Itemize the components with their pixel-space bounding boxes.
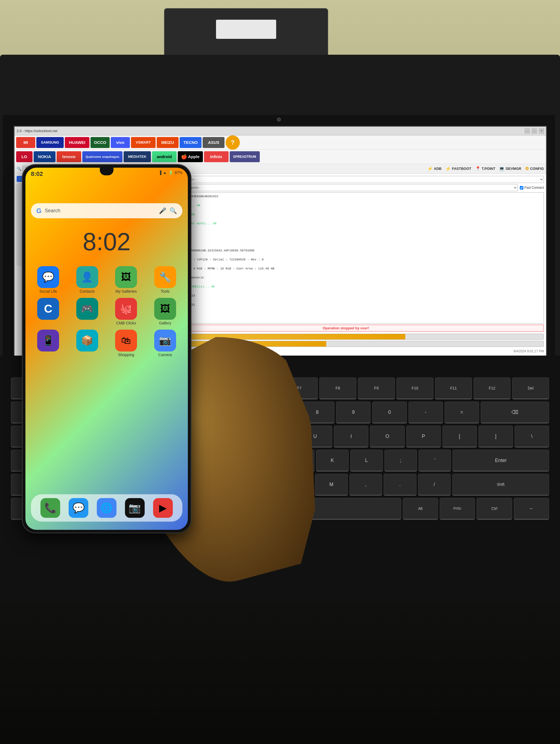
lens-icon[interactable]: 🔍 xyxy=(169,207,177,215)
app-label-tools: Tools xyxy=(161,289,169,294)
brand-qualcomm[interactable]: Qualcomm snapdragon xyxy=(82,151,122,162)
key-lbracket[interactable]: [ xyxy=(442,425,477,447)
close-button[interactable]: ✕ xyxy=(539,128,544,134)
operation-stopped-message: Operation stopped by user! xyxy=(148,325,544,332)
key-rbracket[interactable]: ] xyxy=(479,425,513,447)
tpoint-button[interactable]: 📍 T.POINT xyxy=(475,166,495,171)
log-area[interactable]: MEID : C0A4FAE32D09467294E030E4B28CACC S… xyxy=(148,192,544,324)
key-enter[interactable]: Enter xyxy=(452,450,549,472)
dock-messages[interactable]: 💬 xyxy=(69,498,88,518)
app-c[interactable]: C xyxy=(31,298,66,325)
title-bar-controls: — □ ✕ xyxy=(525,128,544,134)
key-shift-right[interactable]: Shift xyxy=(452,474,549,496)
key-f11[interactable]: F11 xyxy=(435,377,472,399)
brand-lenovo[interactable]: lenovo xyxy=(56,151,81,162)
brand-nokia[interactable]: NOKIA xyxy=(34,151,55,162)
key-f8[interactable]: F8 xyxy=(319,377,356,399)
app-misc1[interactable]: 📱 xyxy=(31,330,66,357)
brand-lg[interactable]: LG xyxy=(16,151,33,162)
key-p[interactable]: P xyxy=(406,425,441,447)
key-backslash[interactable]: \ xyxy=(515,425,549,447)
app-camera-home[interactable]: 📷 Camera xyxy=(148,330,183,357)
app-misc3[interactable]: 🛍 Shopping xyxy=(109,330,144,357)
key-f9[interactable]: F9 xyxy=(358,377,395,399)
key-ctrl-right[interactable]: Ctrl xyxy=(477,498,512,520)
brand-vsmart[interactable]: VSMART xyxy=(131,137,156,148)
adb-button[interactable]: ⚡ ADB xyxy=(427,166,442,171)
key-f12[interactable]: F12 xyxy=(474,377,511,399)
app-icon-c: C xyxy=(37,298,59,320)
app-tools[interactable]: 🔧 Tools xyxy=(148,266,183,294)
brand-meizu[interactable]: MEIZU xyxy=(157,137,178,148)
dock-camera[interactable]: 📷 xyxy=(125,498,145,518)
app-social-life[interactable]: 💬 Social Life xyxy=(31,266,66,294)
key-quote[interactable]: ' xyxy=(418,450,451,472)
fast-connect-checkbox[interactable]: Fast Connect xyxy=(520,186,544,190)
key-m[interactable]: M xyxy=(315,474,348,496)
fast-connect-check[interactable] xyxy=(520,186,523,190)
brand-tecno[interactable]: TECNO xyxy=(179,137,202,148)
key-comma[interactable]: , xyxy=(350,474,382,496)
key-del[interactable]: Del xyxy=(512,377,549,399)
adb-icon: ⚡ xyxy=(427,166,433,171)
key-semicolon[interactable]: ; xyxy=(385,450,417,472)
app-label-social: Social Life xyxy=(39,289,57,294)
dock-play[interactable]: ▶ xyxy=(153,498,173,518)
brand-apple[interactable]: 🍎 Apple xyxy=(178,151,203,162)
app-game[interactable]: 🎮 xyxy=(70,298,105,325)
key-alt-right[interactable]: Alt xyxy=(403,498,438,520)
brand-mi[interactable]: MI xyxy=(16,137,35,148)
app-galleries[interactable]: 🖼 My Galleries xyxy=(109,266,144,294)
dock-chrome[interactable]: 🌐 xyxy=(97,498,117,518)
key-period[interactable]: . xyxy=(384,474,416,496)
brand-oppo[interactable]: OCCO xyxy=(90,137,110,148)
app-icon-misc2: 📦 xyxy=(76,330,98,351)
app-gallery[interactable]: 🖼 Gallery xyxy=(148,298,183,325)
search-icon: 🔍 xyxy=(17,166,21,171)
mic-icon[interactable]: 🎤 xyxy=(159,207,166,215)
key-equals[interactable]: = xyxy=(445,402,479,423)
key-0[interactable]: 0 xyxy=(372,402,407,423)
key-i[interactable]: I xyxy=(334,425,368,447)
key-f10[interactable]: F10 xyxy=(397,377,433,399)
brand-huawei[interactable]: HUAWEI xyxy=(65,137,89,148)
brand-vivo[interactable]: vivo xyxy=(111,137,130,148)
phone-status-icons: ▐ ▲ 🔋 87% xyxy=(159,171,183,175)
key-l[interactable]: L xyxy=(350,450,383,472)
devmgr-icon: 💻 xyxy=(499,166,505,171)
key-o[interactable]: O xyxy=(370,425,404,447)
log-line-11: IMEI[0] : 869539060603823 xyxy=(150,294,542,298)
key-k[interactable]: K xyxy=(316,450,349,472)
brand-samsung[interactable]: SAMSUNG xyxy=(36,137,64,148)
app-misc2[interactable]: 📦 xyxy=(70,330,105,357)
devmgr-button[interactable]: 💻 DEVMGR xyxy=(499,166,521,171)
com-select[interactable]: - Waiting for COM ports - xyxy=(161,184,518,191)
devmgr-label: DEVMGR xyxy=(506,166,521,171)
key-9[interactable]: 9 xyxy=(336,402,370,423)
key-arrow-left[interactable]: ← xyxy=(514,498,549,520)
key-prtsc[interactable]: PrtSc xyxy=(440,498,475,520)
brand-asus[interactable]: ASUS xyxy=(203,137,225,148)
app-icon-gallery: 🖼 xyxy=(154,298,176,320)
brand-help-button[interactable]: ? xyxy=(226,136,240,150)
app-contacts[interactable]: 👤 Contacts xyxy=(70,266,105,294)
restore-button[interactable]: □ xyxy=(532,128,537,134)
usb-select[interactable]: - Waiting for devices - xyxy=(161,176,544,183)
key-backspace[interactable]: ⌫ xyxy=(481,402,549,423)
phone-search-bar[interactable]: G Search 🎤 🔍 xyxy=(31,203,183,218)
brand-mediatek[interactable]: MEDIATEK xyxy=(124,151,151,162)
app-cmb-clicks[interactable]: 🐙 CMB Clicks xyxy=(109,298,144,325)
brand-spreadtrum[interactable]: SPREADTRUM xyxy=(230,151,260,162)
webcam xyxy=(277,118,281,121)
app-icon-misc3: 🛍 xyxy=(115,330,137,351)
key-slash[interactable]: / xyxy=(418,474,451,496)
brand-android[interactable]: android xyxy=(152,151,177,162)
dock-phone[interactable]: 📞 xyxy=(40,498,60,518)
brand-infinix[interactable]: Infinix xyxy=(204,151,229,162)
fastboot-button[interactable]: ⚡ FASTBOOT xyxy=(445,166,471,171)
config-button[interactable]: ⚙ CONFIG xyxy=(525,166,544,171)
key-minus[interactable]: - xyxy=(408,402,443,423)
minimize-button[interactable]: — xyxy=(525,128,530,134)
app-icon-misc1: 📱 xyxy=(37,330,59,351)
log-line-12: IMEI[1] : 869539060603831 xyxy=(150,302,542,307)
